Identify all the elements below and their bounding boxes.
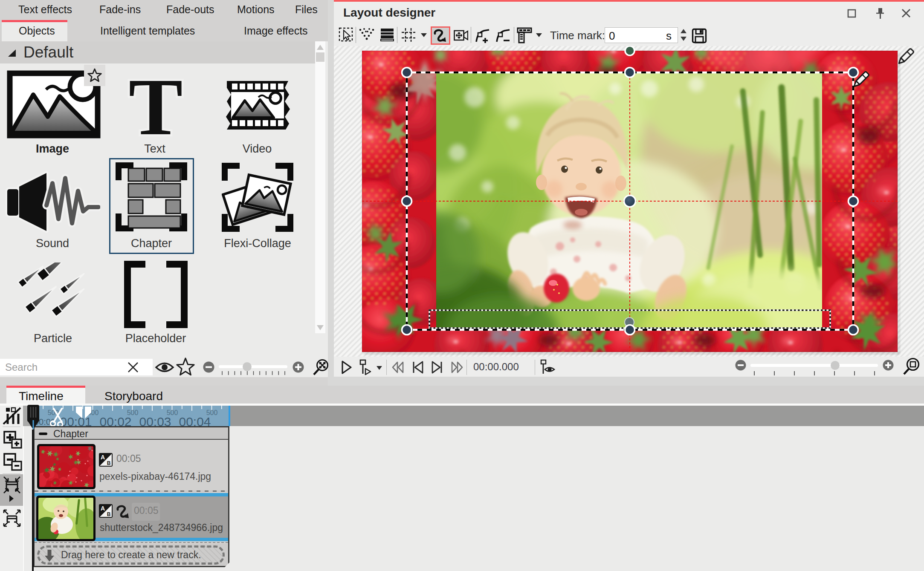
svg-text:T: T <box>129 70 183 143</box>
svg-text:B: B <box>107 460 111 466</box>
svg-text:A: A <box>101 505 105 512</box>
svg-text:B: B <box>107 511 111 517</box>
svg-text:A: A <box>101 454 105 461</box>
